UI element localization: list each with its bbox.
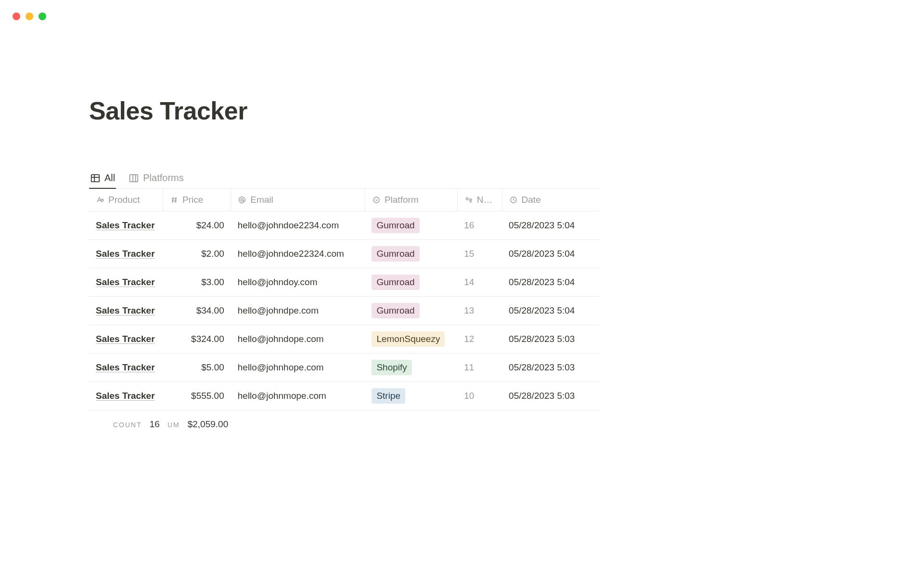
cell-num[interactable]: 16: [457, 211, 502, 240]
table-row[interactable]: Sales Tracker$34.00hello@johndpe.comGumr…: [89, 297, 599, 325]
close-icon[interactable]: [13, 13, 20, 20]
view-tabs: All Platforms: [89, 169, 599, 189]
svg-point-10: [241, 198, 244, 201]
cell-product[interactable]: Sales Tracker: [96, 305, 155, 315]
table-footer: COUNT 16 UM $2,059.00: [89, 410, 599, 430]
svg-rect-3: [130, 174, 138, 182]
column-header-num[interactable]: N…: [457, 189, 502, 211]
cell-date[interactable]: 05/28/2023 5:04: [502, 211, 599, 240]
cell-product[interactable]: Sales Tracker: [96, 334, 155, 344]
cell-num[interactable]: 10: [457, 382, 502, 410]
cell-price[interactable]: $34.00: [163, 297, 231, 325]
id-icon: [464, 196, 473, 204]
cell-product[interactable]: Sales Tracker: [96, 391, 155, 401]
sum-label: UM: [167, 421, 180, 429]
table-row[interactable]: Sales Tracker$3.00hello@johndoy.comGumro…: [89, 268, 599, 297]
sales-table: Product Price Email: [89, 189, 599, 410]
platform-tag[interactable]: LemonSqueezy: [372, 331, 445, 347]
cell-price[interactable]: $24.00: [163, 211, 231, 240]
sum-value: $2,059.00: [188, 419, 229, 430]
page-title: Sales Tracker: [89, 96, 599, 125]
cell-price[interactable]: $555.00: [163, 382, 231, 410]
platform-tag[interactable]: Gumroad: [372, 246, 419, 262]
cell-num[interactable]: 12: [457, 325, 502, 354]
tab-label: All: [104, 172, 115, 184]
minimize-icon[interactable]: [26, 13, 33, 20]
table-row[interactable]: Sales Tracker$2.00hello@johndoe22324.com…: [89, 240, 599, 268]
table-row[interactable]: Sales Tracker$24.00hello@johndoe2234.com…: [89, 211, 599, 240]
window-controls: [13, 13, 46, 20]
cell-email[interactable]: hello@johnhope.com: [231, 354, 365, 382]
cell-email[interactable]: hello@johndoe2234.com: [231, 211, 365, 240]
at-icon: [238, 196, 246, 204]
cell-date[interactable]: 05/28/2023 5:04: [502, 268, 599, 297]
table-row[interactable]: Sales Tracker$5.00hello@johnhope.comShop…: [89, 354, 599, 382]
board-icon: [128, 173, 139, 184]
svg-line-9: [175, 197, 176, 203]
tab-all[interactable]: All: [89, 169, 116, 188]
cell-date[interactable]: 05/28/2023 5:03: [502, 325, 599, 354]
cell-date[interactable]: 05/28/2023 5:03: [502, 382, 599, 410]
cell-email[interactable]: hello@johndope.com: [231, 325, 365, 354]
cell-num[interactable]: 15: [457, 240, 502, 268]
cell-date[interactable]: 05/28/2023 5:04: [502, 297, 599, 325]
cell-email[interactable]: hello@johnmope.com: [231, 382, 365, 410]
table-icon: [90, 173, 101, 184]
svg-rect-0: [91, 174, 100, 182]
table-row[interactable]: Sales Tracker$555.00hello@johnmope.comSt…: [89, 382, 599, 410]
platform-tag[interactable]: Gumroad: [372, 303, 419, 318]
cell-num[interactable]: 13: [457, 297, 502, 325]
cell-email[interactable]: hello@johndpe.com: [231, 297, 365, 325]
cell-num[interactable]: 14: [457, 268, 502, 297]
page-content: Sales Tracker All Platforms Product: [89, 96, 599, 430]
count-value: 16: [150, 419, 160, 430]
cell-product[interactable]: Sales Tracker: [96, 249, 155, 259]
maximize-icon[interactable]: [38, 13, 46, 20]
column-header-price[interactable]: Price: [163, 189, 231, 211]
tab-platforms[interactable]: Platforms: [128, 169, 184, 188]
platform-tag[interactable]: Stripe: [372, 388, 405, 404]
platform-tag[interactable]: Gumroad: [372, 218, 419, 233]
tab-label: Platforms: [143, 172, 183, 184]
cell-email[interactable]: hello@johndoe22324.com: [231, 240, 365, 268]
cell-price[interactable]: $3.00: [163, 268, 231, 297]
cell-date[interactable]: 05/28/2023 5:04: [502, 240, 599, 268]
title-icon: [96, 196, 104, 204]
number-icon: [170, 196, 179, 204]
cell-price[interactable]: $324.00: [163, 325, 231, 354]
platform-tag[interactable]: Shopify: [372, 360, 411, 375]
cell-email[interactable]: hello@johndoy.com: [231, 268, 365, 297]
column-header-product[interactable]: Product: [89, 189, 163, 211]
column-header-date[interactable]: Date: [502, 189, 599, 211]
cell-product[interactable]: Sales Tracker: [96, 277, 155, 287]
cell-price[interactable]: $2.00: [163, 240, 231, 268]
column-header-platform[interactable]: Platform: [365, 189, 457, 211]
svg-line-8: [172, 197, 173, 203]
platform-tag[interactable]: Gumroad: [372, 275, 419, 290]
select-icon: [372, 196, 381, 204]
table-header-row: Product Price Email: [89, 189, 599, 211]
count-label: COUNT: [113, 421, 142, 429]
table-row[interactable]: Sales Tracker$324.00hello@johndope.comLe…: [89, 325, 599, 354]
column-header-email[interactable]: Email: [231, 189, 365, 211]
clock-icon: [509, 196, 518, 204]
cell-num[interactable]: 11: [457, 354, 502, 382]
svg-point-11: [373, 197, 379, 203]
cell-date[interactable]: 05/28/2023 5:03: [502, 354, 599, 382]
cell-product[interactable]: Sales Tracker: [96, 362, 155, 372]
cell-product[interactable]: Sales Tracker: [96, 220, 155, 230]
cell-price[interactable]: $5.00: [163, 354, 231, 382]
